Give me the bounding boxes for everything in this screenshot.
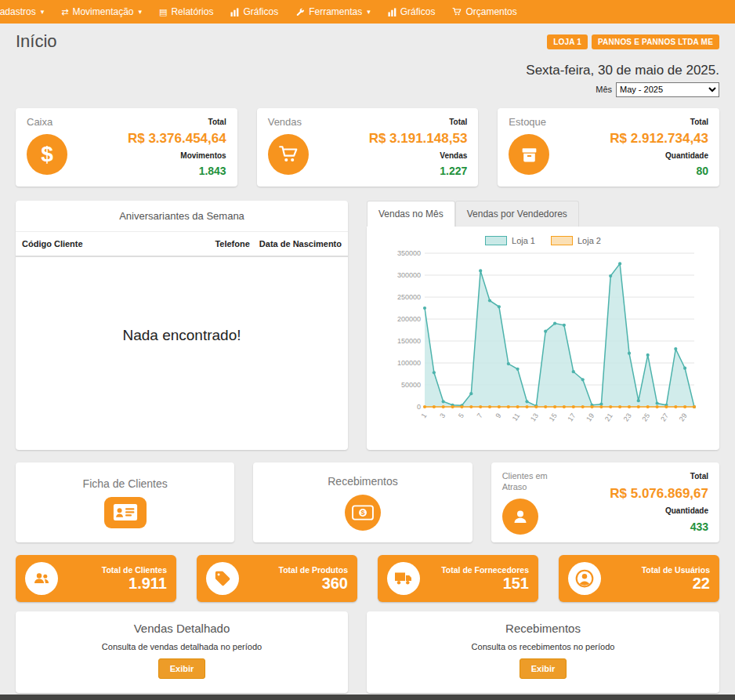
sales-tabs: Vendas no Mês Vendas por Vendedores: [367, 201, 719, 227]
svg-text:19: 19: [585, 412, 596, 423]
card-title: Clientes em Atraso: [502, 470, 568, 493]
top-nav: Cadastros ▾ ⇄ Movimentação ▾ ▤ Relatório…: [0, 0, 735, 24]
dollar-icon: $: [27, 134, 67, 175]
tile-label: Total de Usuários: [601, 565, 710, 575]
svg-text:3: 3: [438, 412, 447, 419]
svg-text:17: 17: [567, 412, 578, 423]
exchange-icon: ⇄: [61, 8, 68, 16]
box-icon: [509, 134, 549, 175]
count-label: Vendas: [369, 151, 468, 160]
nav-item-relatorios[interactable]: ▤ Relatórios: [150, 0, 222, 24]
tile-label: Total de Clientes: [58, 565, 167, 575]
nav-item-cadastros[interactable]: Cadastros ▾: [0, 0, 52, 24]
total-value: R$ 3.191.148,53: [369, 131, 468, 147]
current-date: Sexta-feira, 30 de maio de 2025.: [16, 63, 719, 78]
page-header: Início LOJA 1 PANNOS E PANNOS LTDA ME: [16, 30, 719, 53]
nav-item-label: Orçamentos: [465, 6, 516, 17]
nav-item-ferramentas[interactable]: Ferramentas ▾: [287, 0, 379, 24]
report-title: Vendas Detalhado: [134, 622, 230, 635]
stats-row: Caixa $ Total R$ 3.376.454,64 Movimentos…: [16, 108, 719, 187]
tile-label: Total de Produtos: [239, 565, 348, 575]
legend-label: Loja 1: [512, 236, 535, 245]
svg-text:25: 25: [640, 412, 651, 423]
nav-item-graficos-2[interactable]: Gráficos: [379, 0, 444, 24]
tile-total-produtos: Total de Produtos 360: [197, 555, 357, 602]
store-badges: LOJA 1 PANNOS E PANNOS LTDA ME: [547, 34, 719, 49]
svg-text:200000: 200000: [397, 315, 421, 323]
tile-value: 151: [420, 575, 529, 593]
bar-chart-icon: [388, 8, 396, 16]
total-label: Total: [610, 472, 708, 481]
month-label: Mês: [596, 85, 612, 94]
middle-row: Aniversariantes da Semana Código Cliente…: [16, 201, 719, 450]
page-footer: [0, 695, 735, 700]
truck-icon: [387, 562, 420, 595]
cart-icon: [452, 7, 462, 16]
birthdays-title: Aniversariantes da Semana: [16, 201, 348, 232]
sales-panel: Vendas no Mês Vendas por Vendedores Loja…: [367, 201, 719, 450]
bar-chart-icon: [230, 8, 239, 16]
tag-icon: [206, 562, 239, 595]
column-header: Telefone: [215, 239, 249, 248]
tile-total-fornecedores: Total de Fornecedores 151: [378, 555, 538, 602]
legend-label: Loja 2: [578, 236, 601, 245]
caixa-card: Caixa $ Total R$ 3.376.454,64 Movimentos…: [16, 108, 237, 187]
nav-item-label: Ferramentas: [309, 6, 362, 17]
card-title: Recebimentos: [328, 475, 398, 488]
svg-text:13: 13: [529, 412, 540, 423]
totals-tiles-row: Total de Clientes 1.911 Total de Produto…: [16, 555, 719, 602]
column-header: Data de Nascimento: [259, 239, 342, 248]
exibir-recebimentos-button[interactable]: Exibir: [520, 658, 567, 679]
user-circle-icon: [568, 562, 601, 595]
page-title: Início: [16, 31, 57, 52]
tile-value: 1.911: [58, 575, 167, 593]
birthdays-table-header: Código Cliente Telefone Data de Nascimen…: [16, 232, 348, 257]
sales-chart-card: Loja 1 Loja 2 05000010000015000020000025…: [367, 227, 719, 450]
total-label: Total: [610, 118, 708, 126]
card-title: Ficha de Clientes: [83, 477, 168, 490]
tile-total-clientes: Total de Clientes 1.911: [16, 555, 176, 602]
exibir-vendas-button[interactable]: Exibir: [158, 658, 206, 679]
total-value: R$ 2.912.734,43: [610, 131, 708, 147]
svg-text:15: 15: [548, 412, 559, 423]
legend-swatch: [485, 236, 507, 245]
report-description: Consulta os recebimentos no período: [472, 642, 615, 651]
total-label: Total: [128, 118, 226, 126]
wrench-icon: [295, 7, 305, 16]
svg-text:150000: 150000: [397, 337, 421, 345]
users-icon: [25, 562, 58, 595]
svg-text:11: 11: [511, 412, 522, 422]
store-badge-loja1[interactable]: LOJA 1: [547, 34, 588, 49]
card-title: Caixa: [27, 116, 67, 128]
svg-text:50000: 50000: [401, 381, 421, 389]
nav-item-movimentacao[interactable]: ⇄ Movimentação ▾: [52, 0, 150, 24]
svg-text:350000: 350000: [397, 249, 421, 257]
svg-text:5: 5: [457, 412, 465, 419]
vendas-card: Vendas Total R$ 3.191.148,53 Vendas 1.22…: [257, 108, 479, 187]
nav-item-graficos-1[interactable]: Gráficos: [222, 0, 287, 24]
legend-item-loja2[interactable]: Loja 2: [551, 236, 601, 245]
nav-item-label: Relatórios: [171, 6, 213, 17]
report-title: Recebimentos: [505, 622, 581, 635]
svg-text:9: 9: [494, 412, 502, 419]
tab-vendas-no-mes[interactable]: Vendas no Mês: [367, 201, 455, 227]
svg-text:300000: 300000: [397, 271, 421, 279]
svg-text:27: 27: [659, 412, 670, 423]
svg-text:0: 0: [417, 403, 421, 411]
empty-message: Nada encontrado!: [16, 257, 348, 450]
tile-value: 22: [601, 575, 710, 593]
lower-row: Ficha de Clientes Recebimentos $ Cliente…: [16, 462, 719, 542]
page-content: Início LOJA 1 PANNOS E PANNOS LTDA ME Se…: [0, 30, 735, 693]
cart-icon: [268, 134, 309, 175]
person-icon: [502, 499, 538, 535]
company-badge[interactable]: PANNOS E PANNOS LTDA ME: [592, 34, 719, 49]
legend-item-loja1[interactable]: Loja 1: [485, 236, 535, 245]
month-select[interactable]: May - 2025: [616, 82, 719, 97]
estoque-card: Estoque Total R$ 2.912.734,43 Quantidade…: [498, 108, 719, 187]
tab-vendas-por-vendedores[interactable]: Vendas por Vendedores: [455, 201, 579, 227]
count-value: 80: [610, 165, 708, 177]
svg-text:21: 21: [603, 412, 614, 423]
caret-down-icon: ▾: [41, 8, 45, 16]
tile-total-usuarios: Total de Usuários 22: [559, 555, 719, 602]
nav-item-orcamentos[interactable]: Orçamentos: [444, 0, 525, 24]
